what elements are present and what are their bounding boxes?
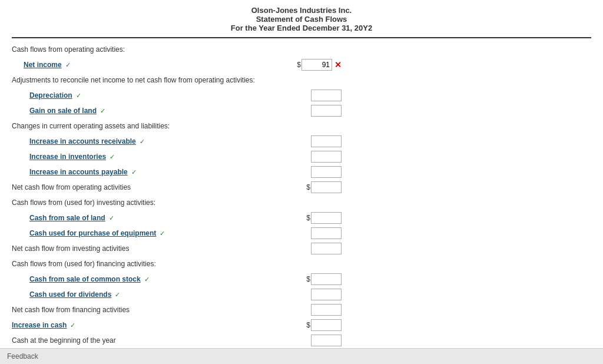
increase-ap-input[interactable] [311,166,342,178]
cash-sale-land-check: ✓ [107,214,114,221]
increase-inv-input[interactable] [311,151,342,163]
net-cash-financing-label: Net cash flow from financing activities [12,306,266,314]
cash-flow-form: Cash flows from operating activities: Ne… [12,43,342,362]
period: For the Year Ended December 31, 20Y2 [12,24,591,32]
cash-sale-stock-label-cell: Cash from sale of common stock ✓ [12,275,306,283]
net-cash-investing-input[interactable] [311,243,342,254]
depreciation-check: ✓ [74,92,81,99]
increase-inv-input-cell [306,151,342,163]
beginning-cash-input-cell [306,335,342,346]
net-cash-operating-input[interactable] [311,181,342,193]
cash-sale-land-input-cell: $ [306,212,342,224]
beginning-cash-label: Cash at the beginning of the year [12,336,266,345]
gain-sale-row: Gain on sale of land ✓ [12,104,342,117]
increase-ar-input-cell [306,135,342,147]
cash-dividends-input[interactable] [311,289,342,300]
increase-cash-label-cell: Increase in cash ✓ [12,321,266,329]
financing-header-row: Cash flows from (used for) financing act… [12,257,342,270]
increase-ap-label-cell: Increase in accounts payable ✓ [12,168,306,176]
increase-ar-input[interactable] [311,135,342,147]
net-income-prefix-cell: $ ✕ [306,59,342,71]
cash-dividends-check: ✓ [113,291,120,298]
increase-ap-check: ✓ [130,168,137,176]
cash-sale-stock-dollar: $ [306,275,310,283]
increase-cash-dollar: $ [306,321,310,329]
cash-purchase-equip-input-cell [306,227,342,239]
cash-dividends-input-cell [306,289,342,300]
net-income-dollar: $ [297,61,301,69]
depreciation-input[interactable] [311,90,342,101]
changes-header-row: Changes in current operating assets and … [12,120,342,133]
investing-header-label: Cash flows from (used for) investing act… [12,198,342,207]
increase-ar-label-cell: Increase in accounts receivable ✓ [12,137,306,145]
net-income-label: Net income ✓ [12,61,306,69]
net-income-check: ✓ [64,61,71,68]
beginning-cash-row: Cash at the beginning of the year [12,334,342,347]
page-wrapper: Olson-Jones Industries Inc. Statement of… [0,0,603,364]
statement-title: Statement of Cash Flows [12,15,591,24]
cash-sale-stock-link[interactable]: Cash from sale of common stock [29,275,141,283]
adjustments-label: Adjustments to reconcile net income to n… [12,76,342,84]
cash-sale-land-input[interactable] [311,212,342,224]
increase-ap-link[interactable]: Increase in accounts payable [29,168,128,176]
net-cash-operating-label: Net cash flow from operating activities [12,183,266,191]
feedback-bar: Feedback [0,348,603,364]
increase-ar-link[interactable]: Increase in accounts receivable [29,137,136,145]
increase-cash-input[interactable] [311,319,342,331]
net-cash-operating-input-cell: $ [306,181,342,193]
depreciation-row: Depreciation ✓ [12,89,342,102]
net-cash-financing-input[interactable] [311,304,342,316]
changes-label: Changes in current operating assets and … [12,122,342,130]
increase-inv-label-cell: Increase in inventories ✓ [12,153,306,161]
increase-ar-check: ✓ [138,138,145,145]
increase-inv-row: Increase in inventories ✓ [12,150,342,163]
net-cash-investing-row: Net cash flow from investing activities [12,242,342,255]
cash-sale-stock-input[interactable] [311,273,342,285]
cash-sale-stock-input-cell: $ [306,273,342,285]
cash-purchase-equip-input[interactable] [311,227,342,239]
header-divider [12,37,591,38]
cash-sale-land-link[interactable]: Cash from sale of land [29,214,105,222]
depreciation-link[interactable]: Depreciation [29,91,72,100]
increase-inv-link[interactable]: Increase in inventories [29,153,106,161]
cash-dividends-row: Cash used for dividends ✓ [12,288,342,301]
increase-ap-input-cell [306,166,342,178]
beginning-cash-input[interactable] [311,335,342,346]
cash-sale-land-dollar: $ [306,214,310,222]
operating-header-row: Cash flows from operating activities: [12,43,342,56]
financing-header-label: Cash flows from (used for) financing act… [12,260,342,268]
cash-purchase-equip-check: ✓ [158,230,165,237]
cash-dividends-label-cell: Cash used for dividends ✓ [12,290,306,299]
investing-header-row: Cash flows from (used for) investing act… [12,196,342,209]
net-cash-financing-row: Net cash flow from financing activities [12,303,342,316]
increase-cash-link[interactable]: Increase in cash [12,321,67,329]
increase-inv-check: ✓ [108,153,115,160]
company-name: Olson-Jones Industries Inc. [12,6,591,15]
cash-dividends-link[interactable]: Cash used for dividends [29,290,111,299]
increase-ar-row: Increase in accounts receivable ✓ [12,135,342,148]
depreciation-input-cell [306,90,342,101]
net-cash-operating-row: Net cash flow from operating activities … [12,181,342,194]
increase-ap-row: Increase in accounts payable ✓ [12,166,342,178]
increase-cash-row: Increase in cash ✓ $ [12,319,342,332]
cash-sale-land-row: Cash from sale of land ✓ $ [12,211,342,224]
feedback-label: Feedback [7,352,38,360]
net-cash-investing-input-cell [306,243,342,254]
header: Olson-Jones Industries Inc. Statement of… [12,6,591,32]
gain-sale-check: ✓ [98,107,105,114]
increase-cash-check: ✓ [68,322,75,329]
gain-sale-input[interactable] [311,105,342,117]
net-income-link[interactable]: Net income [24,61,62,69]
cash-purchase-equip-link[interactable]: Cash used for purchase of equipment [29,229,156,237]
depreciation-label-cell: Depreciation ✓ [12,91,306,100]
net-income-row: Net income ✓ $ ✕ [12,58,342,71]
net-income-x: ✕ [334,60,342,70]
net-operating-dollar: $ [306,183,310,191]
net-cash-financing-input-cell [306,304,342,316]
net-income-input[interactable] [302,59,332,71]
cash-purchase-equip-row: Cash used for purchase of equipment ✓ [12,227,342,240]
gain-sale-link[interactable]: Gain on sale of land [29,107,97,115]
cash-sale-stock-check: ✓ [143,276,150,283]
adjustments-header-row: Adjustments to reconcile net income to n… [12,74,342,87]
net-cash-investing-label: Net cash flow from investing activities [12,244,266,253]
